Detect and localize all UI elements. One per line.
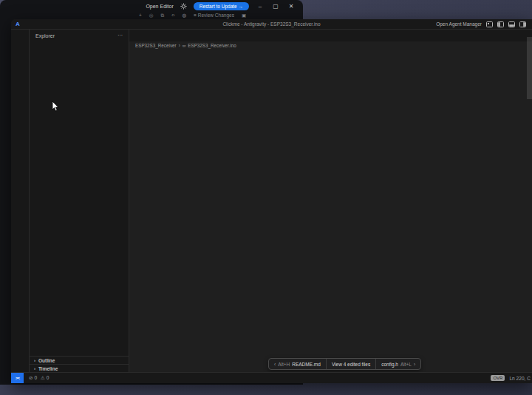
warnings-icon: ⚠ xyxy=(41,375,45,380)
code-icon[interactable]: ‹› xyxy=(171,13,174,18)
updater-titlebar: Open Editor Restart to Update → – ▢ ✕ xyxy=(0,0,303,13)
gear-icon[interactable] xyxy=(180,3,187,10)
copy-icon[interactable]: ⧉ xyxy=(160,13,164,18)
errors-icon: ⊘ xyxy=(29,375,33,380)
open-editor-label[interactable]: Open Editor xyxy=(146,4,173,9)
panel-right-icon[interactable] xyxy=(519,21,526,27)
status-bar: >< ⊘ 0 ⚠ 0 OVR Ln 220, C xyxy=(11,372,532,383)
view-edited-files-button[interactable]: View 4 edited files xyxy=(327,359,376,369)
review-changes-button[interactable]: ≡ Review Changes xyxy=(194,13,234,18)
code-editor[interactable] xyxy=(129,49,508,372)
tab-bar xyxy=(129,30,532,41)
close-icon[interactable]: ✕ xyxy=(287,3,296,10)
app-logo: A xyxy=(16,21,20,27)
titlebar: A Clickme - Antigravity - ESP32S3_Receiv… xyxy=(11,19,532,30)
panel-bottom-icon[interactable] xyxy=(508,21,515,27)
mouse-cursor xyxy=(52,101,60,112)
panel-icon[interactable]: ▣ xyxy=(242,13,246,18)
prev-shortcut-hint: Alt+H xyxy=(278,362,290,367)
more-actions-icon[interactable]: ⋯ xyxy=(117,33,123,38)
file-nav-widget: ‹ Alt+H README.md View 4 edited files co… xyxy=(268,358,421,370)
cursor-position[interactable]: Ln 220, C xyxy=(509,376,531,381)
next-file-label: config.h xyxy=(381,362,398,367)
next-file-button[interactable]: config.h Alt+L › xyxy=(376,359,420,369)
target-icon[interactable]: ◎ xyxy=(149,13,154,18)
updater-toolbar: + ◎ ⧉ ‹› ◍ ≡ Review Changes ▣ xyxy=(139,13,246,19)
maximize-icon[interactable]: ▢ xyxy=(271,3,280,10)
antigravity-window: A Clickme - Antigravity - ESP32S3_Receiv… xyxy=(11,19,532,383)
open-agent-manager-button[interactable]: Open Agent Manager xyxy=(436,21,482,27)
plus-icon[interactable]: + xyxy=(139,13,142,18)
agent-icon[interactable] xyxy=(486,21,493,27)
remote-indicator[interactable]: >< xyxy=(11,373,24,383)
minimap[interactable] xyxy=(508,37,526,342)
explorer-header: Explorer xyxy=(35,33,55,38)
chevron-left-icon: ‹ xyxy=(274,362,276,367)
prev-file-button[interactable]: ‹ Alt+H README.md xyxy=(269,359,327,369)
ino-file-icon: ∞ xyxy=(183,43,186,48)
restart-to-update-button[interactable]: Restart to Update → xyxy=(194,2,249,10)
timeline-section[interactable]: ›Timeline xyxy=(30,364,129,372)
minimize-icon[interactable]: – xyxy=(256,3,265,10)
window-title: Clickme - Antigravity - ESP32S3_Receiver… xyxy=(222,21,320,27)
breadcrumb[interactable]: ESP32S3_Receiver › ∞ ESP32S3_Receiver.in… xyxy=(129,41,532,49)
chevron-right-icon: › xyxy=(414,362,415,367)
prev-file-label: README.md xyxy=(292,362,321,367)
scrollbar-thumb[interactable] xyxy=(527,37,532,99)
outline-section[interactable]: ›Outline xyxy=(30,356,129,364)
globe-icon[interactable]: ◍ xyxy=(182,13,186,18)
panel-left-icon[interactable] xyxy=(497,21,504,27)
activity-bar xyxy=(11,30,30,372)
editor-area: ESP32S3_Receiver › ∞ ESP32S3_Receiver.in… xyxy=(129,30,532,372)
next-shortcut-hint: Alt+L xyxy=(400,362,412,367)
problems-indicator[interactable]: ⊘ 0 ⚠ 0 xyxy=(29,375,49,381)
overtype-badge[interactable]: OVR xyxy=(491,375,505,381)
explorer-sidebar: Explorer ⋯ ›Outline ›Timeline xyxy=(30,30,129,372)
